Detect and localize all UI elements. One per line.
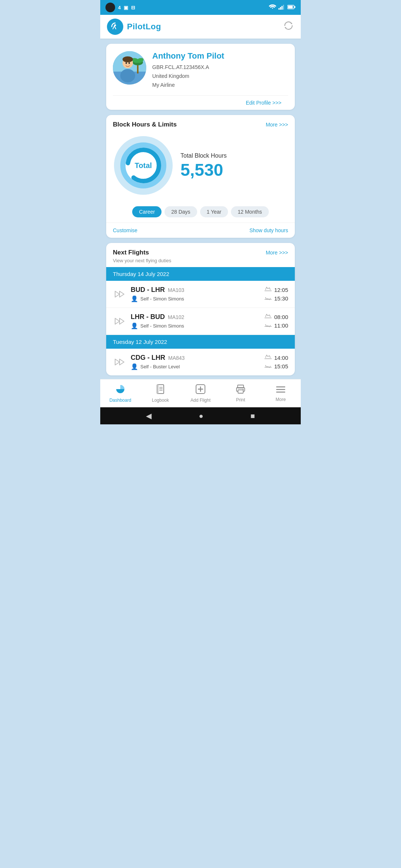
svg-marker-28 [120, 318, 124, 324]
block-hours-more[interactable]: More >>> [266, 122, 288, 128]
recent-button[interactable]: ■ [250, 412, 255, 420]
sd-icon: ⊟ [131, 5, 135, 10]
next-flights-card: Next Flights More >>> View your next fly… [106, 243, 295, 375]
profile-avatar [113, 51, 146, 85]
svg-marker-25 [115, 291, 120, 297]
play-icon-2 [113, 315, 126, 328]
profile-license: GBR.FCL.AT.123456X.A [152, 63, 288, 72]
flight-row-2: LHR - BUD MA102 👤 Self - Simon Simons 08… [106, 308, 295, 335]
play-icon-3 [113, 355, 126, 369]
arrive-time-1: 15:30 [264, 295, 288, 302]
tab-1year[interactable]: 1 Year [200, 206, 228, 217]
profile-info: Anthony Tom Pilot GBR.FCL.AT.123456X.A U… [152, 51, 288, 89]
flight-crew-2: 👤 Self - Simon Simons [131, 322, 260, 329]
block-hours-body: Total Total Block Hours 5,530 [106, 132, 295, 203]
donut-chart: Total [114, 136, 173, 195]
arrive-time-3: 15:05 [264, 363, 288, 370]
sim-icon: ▣ [124, 5, 128, 10]
flight-times-2: 08:00 11:00 [264, 313, 288, 329]
flight-times-1: 12:05 15:30 [264, 286, 288, 302]
flight-route-1: BUD - LHR MA103 [131, 286, 260, 294]
crew-text-2: Self - Simon Simons [140, 323, 184, 329]
flights-subtitle: View your next flying duties [106, 258, 295, 267]
svg-marker-29 [115, 359, 120, 365]
takeoff-icon-3 [264, 354, 272, 361]
menu-icon [276, 385, 286, 395]
crew-icon-1: 👤 [131, 295, 138, 302]
svg-rect-0 [278, 8, 280, 10]
refresh-icon[interactable] [283, 20, 294, 34]
tab-28days[interactable]: 28 Days [164, 206, 197, 217]
crew-icon-3: 👤 [131, 363, 138, 370]
flight-num-1: MA103 [168, 287, 184, 293]
block-stats-title: Total Block Hours [180, 152, 287, 159]
profile-card: Anthony Tom Pilot GBR.FCL.AT.123456X.A U… [106, 44, 295, 110]
svg-rect-6 [294, 6, 296, 8]
donut-label: Total [135, 161, 152, 170]
profile-body: Anthony Tom Pilot GBR.FCL.AT.123456X.A U… [113, 51, 288, 95]
svg-rect-3 [283, 5, 284, 10]
svg-rect-1 [280, 7, 281, 10]
svg-rect-2 [281, 6, 283, 10]
flight-route-text-3: CDG - LHR [131, 354, 165, 362]
tab-career[interactable]: Career [132, 206, 162, 217]
app-logo [107, 19, 123, 35]
play-icon-1 [113, 287, 126, 301]
nav-dashboard-label: Dashboard [110, 398, 131, 403]
bottom-nav: Dashboard Logbook Add Flight [100, 379, 301, 407]
avatar-thumbnail [105, 3, 115, 12]
wifi-icon [269, 4, 276, 11]
svg-point-17 [123, 56, 133, 62]
status-left: 4 ▣ ⊟ [105, 3, 135, 12]
svg-rect-5 [288, 6, 293, 8]
nav-more[interactable]: More [261, 385, 301, 402]
block-stats-value: 5,530 [180, 161, 287, 178]
print-icon [236, 385, 245, 396]
nav-add-flight[interactable]: Add Flight [180, 384, 221, 403]
nav-print[interactable]: Print [221, 385, 261, 402]
period-tabs: Career 28 Days 1 Year 12 Months [106, 203, 295, 223]
nav-dashboard[interactable]: Dashboard [100, 384, 140, 403]
add-flight-icon [196, 384, 205, 396]
flights-more[interactable]: More >>> [266, 250, 288, 256]
svg-rect-41 [238, 390, 243, 393]
flight-crew-3: 👤 Self - Buster Level [131, 363, 260, 370]
flight-info-1: BUD - LHR MA103 👤 Self - Simon Simons [131, 286, 260, 302]
flight-row-1: BUD - LHR MA103 👤 Self - Simon Simons 12… [106, 281, 295, 308]
flight-route-text-2: LHR - BUD [131, 313, 165, 321]
depart-time-2: 08:00 [264, 313, 288, 320]
status-time: 4 [118, 5, 121, 10]
flight-route-2: LHR - BUD MA102 [131, 313, 260, 321]
app-bar: PilotLog [100, 15, 301, 39]
android-nav: ◀ ● ■ [100, 407, 301, 424]
app-bar-left: PilotLog [107, 19, 161, 35]
flight-num-3: MA843 [168, 355, 185, 361]
edit-profile-link[interactable]: Edit Profile >>> [246, 100, 281, 106]
takeoff-icon-2 [264, 313, 272, 320]
nav-add-flight-label: Add Flight [190, 398, 211, 403]
customise-link[interactable]: Customise [113, 227, 137, 233]
show-duty-link[interactable]: Show duty hours [250, 227, 288, 233]
svg-point-20 [128, 62, 130, 64]
arrive-time-2: 11:00 [264, 322, 288, 329]
svg-point-8 [114, 24, 116, 26]
date-bar-2: Tuesday 12 July 2022 [106, 335, 295, 349]
svg-point-19 [125, 62, 127, 64]
nav-print-label: Print [236, 397, 245, 402]
logbook-icon [156, 384, 165, 396]
flight-row-3: CDG - LHR MA843 👤 Self - Buster Level 14… [106, 349, 295, 375]
back-button[interactable]: ◀ [146, 411, 151, 420]
block-stats: Total Block Hours 5,530 [180, 152, 287, 178]
nav-logbook[interactable]: Logbook [140, 384, 180, 403]
main-content: Anthony Tom Pilot GBR.FCL.AT.123456X.A U… [100, 39, 301, 379]
flight-route-text-1: BUD - LHR [131, 286, 165, 294]
flight-crew-1: 👤 Self - Simon Simons [131, 295, 260, 302]
home-button[interactable]: ● [199, 412, 203, 420]
svg-marker-30 [120, 359, 124, 365]
flights-title: Next Flights [113, 249, 149, 256]
profile-country: United Kingdom [152, 72, 288, 81]
crew-text-3: Self - Buster Level [140, 364, 180, 369]
svg-marker-27 [115, 318, 120, 324]
tab-12months[interactable]: 12 Months [231, 206, 268, 217]
crew-icon-2: 👤 [131, 322, 138, 329]
